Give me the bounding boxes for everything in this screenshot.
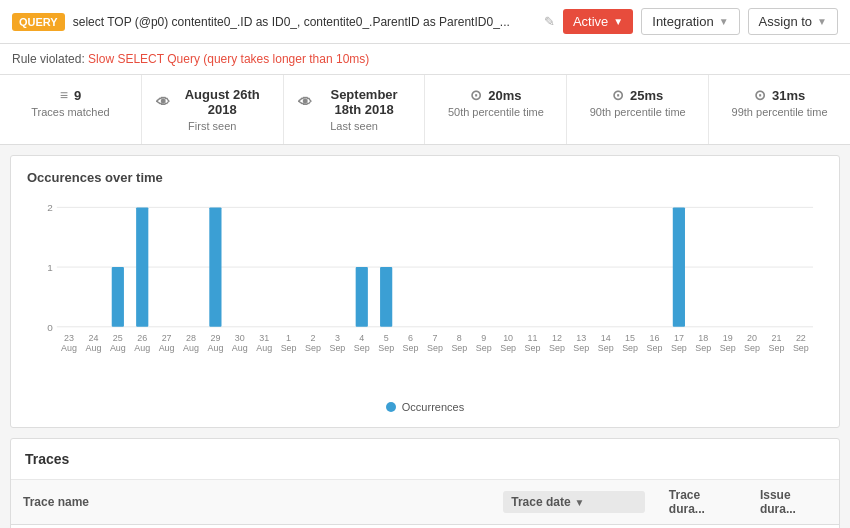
svg-text:Aug: Aug (110, 343, 126, 353)
sort-icon: ▼ (575, 497, 585, 508)
svg-text:Sep: Sep (451, 343, 467, 353)
svg-text:Sep: Sep (769, 343, 785, 353)
stat-icon-1: 👁 (156, 94, 170, 110)
stat-cell-0: ≡ 9 Traces matched (0, 75, 142, 144)
th-trace-date-sortable[interactable]: Trace date ▼ (503, 491, 645, 513)
traces-header: Traces (11, 439, 839, 480)
svg-text:2: 2 (310, 333, 315, 343)
svg-text:7: 7 (432, 333, 437, 343)
svg-text:12: 12 (552, 333, 562, 343)
traces-table: Trace name Trace date ▼ Trace dura... Is… (11, 480, 839, 528)
svg-text:Sep: Sep (476, 343, 492, 353)
svg-text:Sep: Sep (329, 343, 345, 353)
svg-text:24: 24 (88, 333, 98, 343)
th-trace-name-label: Trace name (23, 495, 89, 509)
svg-text:Sep: Sep (793, 343, 809, 353)
svg-text:5: 5 (384, 333, 389, 343)
svg-text:30: 30 (235, 333, 245, 343)
table-row: http://salesdemo.raygun.com/login Sep 18… (11, 525, 839, 529)
svg-text:16: 16 (650, 333, 660, 343)
assignto-label: Assign to (759, 14, 812, 29)
chart-title: Occurences over time (27, 170, 823, 185)
svg-text:15: 15 (625, 333, 635, 343)
th-trace-dur-label: Trace dura... (669, 488, 705, 516)
th-trace-name: Trace name (11, 480, 491, 525)
chart-legend: Occurrences (27, 401, 823, 413)
edit-icon[interactable]: ✎ (544, 14, 555, 29)
svg-text:Sep: Sep (354, 343, 370, 353)
svg-text:25: 25 (113, 333, 123, 343)
query-text: select TOP (@p0) contentite0_.ID as ID0_… (73, 15, 532, 29)
svg-text:28: 28 (186, 333, 196, 343)
stat-value-1: August 26th 2018 (176, 87, 269, 117)
stat-cell-3: ⊙ 20ms 50th percentile time (425, 75, 567, 144)
stat-value-3: 20ms (488, 88, 521, 103)
rule-link[interactable]: Slow SELECT Query (query takes longer th… (88, 52, 369, 66)
svg-text:26: 26 (137, 333, 147, 343)
svg-text:22: 22 (796, 333, 806, 343)
stat-cell-2: 👁 September 18th 2018 Last seen (284, 75, 426, 144)
th-trace-dur: Trace dura... (657, 480, 748, 525)
integration-dropdown[interactable]: Integration ▼ (641, 8, 739, 35)
legend-label: Occurrences (402, 401, 464, 413)
svg-text:Sep: Sep (305, 343, 321, 353)
svg-text:23: 23 (64, 333, 74, 343)
svg-text:Sep: Sep (744, 343, 760, 353)
svg-text:21: 21 (771, 333, 781, 343)
integration-label: Integration (652, 14, 713, 29)
integration-caret-icon: ▼ (719, 16, 729, 27)
trace-name-cell-0: http://salesdemo.raygun.com/login (11, 525, 491, 529)
active-caret-icon: ▼ (613, 16, 623, 27)
stat-cell-1: 👁 August 26th 2018 First seen (142, 75, 284, 144)
svg-rect-7 (136, 207, 148, 326)
svg-rect-6 (112, 267, 124, 327)
svg-text:Aug: Aug (232, 343, 248, 353)
rule-prefix: Rule violated: (12, 52, 85, 66)
stat-value-0: 9 (74, 88, 81, 103)
svg-text:1: 1 (47, 262, 53, 273)
svg-text:9: 9 (481, 333, 486, 343)
toolbar: QUERY select TOP (@p0) contentite0_.ID a… (0, 0, 850, 44)
svg-text:Sep: Sep (671, 343, 687, 353)
svg-rect-10 (380, 267, 392, 327)
stat-value-5: 31ms (772, 88, 805, 103)
active-button[interactable]: Active ▼ (563, 9, 633, 34)
stat-value-4: 25ms (630, 88, 663, 103)
stat-label-1: First seen (156, 120, 269, 132)
traces-section: Traces Trace name Trace date ▼ Trace dur… (10, 438, 840, 528)
table-header-row: Trace name Trace date ▼ Trace dura... Is… (11, 480, 839, 525)
svg-text:17: 17 (674, 333, 684, 343)
svg-rect-9 (356, 267, 368, 327)
th-trace-date[interactable]: Trace date ▼ (491, 480, 657, 525)
svg-text:3: 3 (335, 333, 340, 343)
svg-text:Sep: Sep (573, 343, 589, 353)
assignto-caret-icon: ▼ (817, 16, 827, 27)
svg-text:0: 0 (47, 322, 53, 333)
chart-section: Occurences over time 01223Aug24Aug25Aug2… (10, 155, 840, 428)
stat-value-2: September 18th 2018 (318, 87, 411, 117)
svg-text:Sep: Sep (647, 343, 663, 353)
svg-text:Aug: Aug (61, 343, 77, 353)
svg-text:20: 20 (747, 333, 757, 343)
svg-text:Sep: Sep (500, 343, 516, 353)
svg-text:Sep: Sep (427, 343, 443, 353)
stat-label-5: 99th percentile time (723, 106, 836, 118)
stat-cell-4: ⊙ 25ms 90th percentile time (567, 75, 709, 144)
svg-text:27: 27 (162, 333, 172, 343)
svg-text:4: 4 (359, 333, 364, 343)
svg-text:Sep: Sep (695, 343, 711, 353)
active-label: Active (573, 14, 608, 29)
svg-text:Aug: Aug (159, 343, 175, 353)
stat-label-0: Traces matched (14, 106, 127, 118)
stat-label-2: Last seen (298, 120, 411, 132)
svg-text:Sep: Sep (525, 343, 541, 353)
stat-label-4: 90th percentile time (581, 106, 694, 118)
svg-text:14: 14 (601, 333, 611, 343)
th-issue-dur: Issue dura... (748, 480, 839, 525)
svg-text:Sep: Sep (281, 343, 297, 353)
svg-text:29: 29 (210, 333, 220, 343)
svg-text:1: 1 (286, 333, 291, 343)
assignto-dropdown[interactable]: Assign to ▼ (748, 8, 838, 35)
svg-text:Sep: Sep (549, 343, 565, 353)
svg-text:Sep: Sep (720, 343, 736, 353)
